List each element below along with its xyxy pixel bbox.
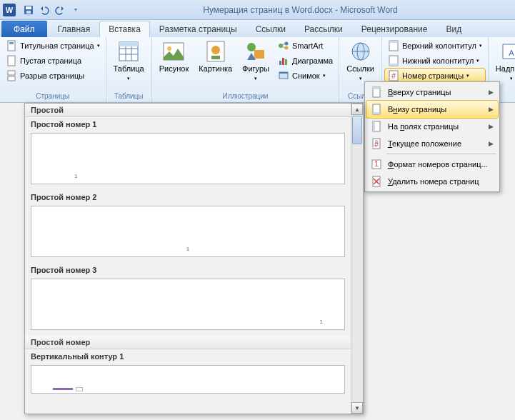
gallery-item-label: Простой номер 2 [25, 190, 351, 204]
blank-page-button[interactable]: Пустая страница [3, 54, 103, 68]
shapes-button[interactable]: Фигуры▾ [238, 39, 274, 83]
svg-point-22 [284, 42, 288, 46]
svg-rect-27 [282, 58, 284, 65]
picture-button[interactable]: Рисунок [155, 39, 194, 74]
svg-text:#: # [391, 71, 396, 80]
cover-page-button[interactable]: Титульная страница ▾ [3, 39, 103, 53]
submenu-arrow-icon: ▶ [489, 140, 494, 147]
textbox-button[interactable]: AНадпись▾ [491, 39, 515, 83]
tab-mailings[interactable]: Рассылки [295, 21, 352, 37]
tab-references[interactable]: Ссылки [246, 21, 295, 37]
gallery-item-label: Простой номер 1 [25, 117, 351, 131]
svg-point-23 [284, 46, 288, 50]
svg-point-21 [279, 44, 283, 48]
scroll-down-button[interactable]: ▼ [351, 402, 363, 414]
svg-rect-47 [373, 121, 375, 131]
menu-bottom-of-page[interactable]: Внизу страницы▶ [366, 101, 498, 118]
menu-current-position[interactable]: #Текущее положение▶ [366, 135, 498, 152]
svg-rect-37 [389, 64, 398, 66]
gallery-item-simple-1[interactable]: 1 [31, 133, 345, 184]
page-break-button[interactable]: Разрыв страницы [3, 69, 103, 83]
word-app-icon: W [3, 4, 16, 16]
svg-rect-1 [26, 6, 31, 9]
submenu-arrow-icon: ▶ [489, 89, 494, 96]
svg-rect-26 [279, 61, 281, 65]
ribbon-tabs: Файл Главная Вставка Разметка страницы С… [0, 20, 515, 37]
window-title: Нумерация страниц в Word.docx - Microsof… [86, 5, 515, 15]
svg-point-15 [167, 46, 171, 51]
submenu-arrow-icon: ▶ [489, 123, 494, 130]
svg-rect-43 [373, 87, 380, 89]
svg-rect-18 [211, 56, 220, 59]
menu-bottom-label: изу страницы [397, 105, 446, 114]
tab-layout[interactable]: Разметка страницы [150, 21, 246, 37]
svg-rect-7 [8, 76, 15, 81]
svg-rect-6 [8, 71, 15, 75]
scroll-up-button[interactable]: ▲ [351, 104, 363, 115]
svg-text:1: 1 [374, 159, 379, 168]
svg-line-25 [282, 46, 285, 48]
group-pages: Титульная страница ▾ Пустая страница Раз… [0, 37, 106, 102]
titlebar: W ▾ Нумерация страниц в Word.docx - Micr… [0, 0, 515, 20]
menu-separator [386, 154, 496, 154]
qat-customize-button[interactable]: ▾ [69, 3, 83, 17]
menu-remove-numbers[interactable]: Удалить номера страниц [366, 173, 498, 190]
gallery-section-simple-number: Простой номер [25, 336, 351, 349]
gallery-section-simple: Простой [25, 104, 351, 117]
tab-file[interactable]: Файл [1, 21, 47, 37]
tab-home[interactable]: Главная [49, 21, 100, 37]
svg-rect-45 [373, 112, 380, 114]
table-button[interactable]: Таблица▾ [109, 39, 149, 83]
svg-rect-28 [285, 59, 287, 65]
menu-format-numbers[interactable]: 1Формат номеров страниц... [366, 156, 498, 173]
svg-rect-5 [8, 56, 15, 66]
save-button[interactable] [21, 3, 36, 17]
quick-access-toolbar: ▾ [19, 3, 86, 17]
menu-page-margins[interactable]: На полях страницы▶ [366, 118, 498, 135]
tab-review[interactable]: Рецензирование [352, 21, 437, 37]
footer-button[interactable]: Нижний колонтитул ▾ [385, 54, 485, 68]
gallery-scrollbar[interactable]: ▲ ▼ [351, 104, 363, 414]
menu-remove-label: далить номера страниц [392, 177, 479, 186]
svg-text:#: # [374, 140, 379, 149]
group-tables-label: Таблицы [109, 91, 149, 101]
gallery-item-simple-2[interactable]: 1 [31, 206, 345, 257]
group-tables: Таблица▾ Таблицы [106, 37, 152, 102]
group-illustrations-label: Иллюстрации [155, 91, 336, 101]
chart-button[interactable]: Диаграмма [275, 54, 336, 68]
scroll-thumb[interactable] [352, 116, 362, 144]
svg-rect-35 [389, 41, 398, 43]
group-pages-label: Страницы [3, 91, 103, 101]
svg-rect-2 [26, 11, 31, 14]
header-button[interactable]: Верхний колонтитул ▾ [385, 39, 485, 53]
page-number-menu: Вверху страницы▶ Внизу страницы▶ На поля… [364, 81, 500, 192]
screenshot-button[interactable]: Снимок ▾ [275, 69, 336, 83]
tab-insert[interactable]: Вставка [99, 21, 150, 37]
page-number-button[interactable]: #Номер страницы ▾ [385, 69, 485, 83]
svg-rect-30 [279, 72, 288, 74]
menu-format-label: ормат номеров страниц... [394, 160, 487, 169]
links-button[interactable]: Ссылки▾ [342, 39, 379, 83]
gallery-item-label: Вертикальный контур 1 [25, 349, 351, 364]
group-illustrations: Рисунок Картинка Фигуры▾ SmartArt Диагра… [152, 37, 339, 102]
svg-text:A: A [509, 49, 514, 57]
svg-rect-20 [254, 50, 264, 59]
gallery-item-vertical-1[interactable] [31, 365, 345, 394]
svg-line-24 [282, 44, 285, 45]
undo-button[interactable] [37, 3, 51, 17]
menu-top-of-page[interactable]: Вверху страницы▶ [366, 84, 498, 101]
page-number-gallery: Простой Простой номер 1 1 Простой номер … [24, 103, 364, 414]
svg-point-17 [211, 46, 220, 54]
clipart-button[interactable]: Картинка [194, 39, 236, 74]
smartart-button[interactable]: SmartArt [275, 39, 336, 53]
menu-top-label: верху страницы [393, 88, 451, 96]
gallery-item-label: Простой номер 3 [25, 263, 351, 277]
redo-button[interactable] [53, 3, 67, 17]
svg-rect-13 [119, 42, 138, 46]
tab-view[interactable]: Вид [436, 21, 471, 37]
gallery-item-simple-3[interactable]: 1 [31, 279, 345, 330]
menu-current-label: екущее положение [392, 139, 461, 148]
menu-margins-label: олях страницы [404, 122, 459, 131]
submenu-arrow-icon: ▶ [489, 106, 494, 113]
svg-rect-4 [9, 42, 14, 44]
